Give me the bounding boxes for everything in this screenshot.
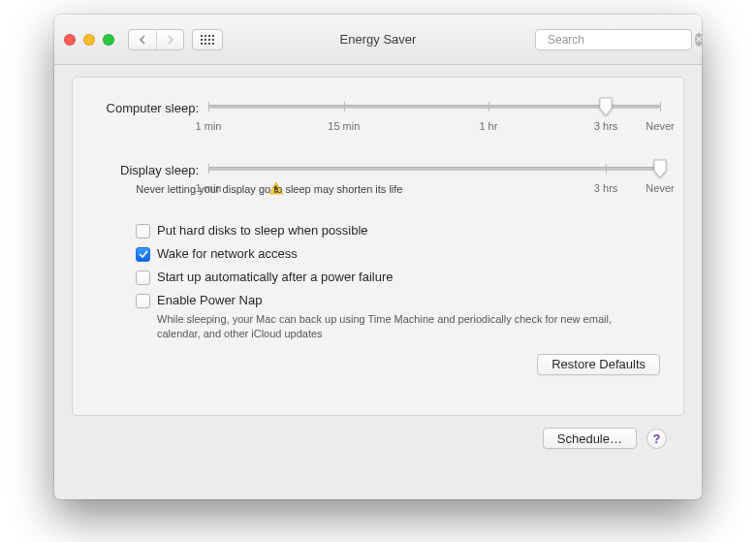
hard-disks-option[interactable]: Put hard disks to sleep when possible [136,223,660,239]
help-button[interactable]: ? [646,429,667,449]
window: Energy Saver ✕ Computer sleep: [54,15,702,499]
display-sleep-ticks: 1 min Never letting your display go to s… [208,182,660,198]
power-nap-label: Enable Power Nap [157,293,262,307]
svg-rect-8 [201,43,203,45]
power-nap-description: While sleeping, your Mac can back up usi… [157,312,642,342]
back-button[interactable] [129,30,156,49]
start-auto-checkbox[interactable] [136,271,150,285]
computer-sleep-thumb[interactable] [599,97,613,116]
tick-label: Never [646,120,674,132]
svg-rect-4 [201,39,203,41]
svg-rect-10 [208,43,210,45]
forward-button[interactable] [156,30,183,49]
svg-rect-0 [201,35,203,37]
minimize-button[interactable] [83,34,95,46]
restore-defaults-button[interactable]: Restore Defaults [537,354,660,375]
power-nap-option[interactable]: Enable Power Nap [136,293,660,308]
display-sleep-thumb[interactable] [653,159,667,178]
schedule-button[interactable]: Schedule… [543,428,637,449]
zoom-button[interactable] [103,34,114,46]
display-sleep-row: Display sleep: 1 min [96,161,660,198]
svg-rect-1 [205,35,206,37]
close-button[interactable] [64,34,76,46]
settings-panel: Computer sleep: 1 min [72,77,684,416]
content: Computer sleep: 1 min [54,65,702,464]
power-nap-checkbox[interactable] [136,294,150,308]
tick-label: 1 min [196,120,222,132]
computer-sleep-label: Computer sleep: [96,99,208,115]
search-field-wrap[interactable]: ✕ [535,29,692,50]
warning-text: Never letting your display go to sleep m… [136,183,402,195]
wake-network-option[interactable]: Wake for network access [136,246,660,262]
traffic-lights [64,34,114,46]
hard-disks-label: Put hard disks to sleep when possible [157,223,368,238]
tick-label: 15 min [328,120,360,132]
display-sleep-label: Display sleep: [96,161,208,177]
tick-label: 3 hrs [594,182,617,194]
bottom-row: Schedule… ? [72,416,684,449]
svg-rect-5 [205,39,206,41]
svg-rect-7 [212,39,214,41]
start-auto-option[interactable]: Start up automatically after a power fai… [136,270,660,285]
display-sleep-slider[interactable] [208,161,660,178]
titlebar: Energy Saver ✕ [54,15,702,65]
start-auto-label: Start up automatically after a power fai… [157,270,394,284]
nav-back-forward [128,29,184,50]
clear-search-icon[interactable]: ✕ [695,33,702,47]
search-input[interactable] [546,32,695,48]
svg-rect-3 [212,35,214,37]
hard-disks-checkbox[interactable] [136,224,150,239]
tick-label: 1 hr [479,120,497,132]
wake-network-checkbox[interactable] [136,247,150,262]
computer-sleep-ticks: 1 min 15 min 1 hr 3 hrs Never [208,120,660,136]
display-sleep-warning: Never letting your display go to sleep m… [269,182,283,195]
tick-label: Never [646,182,674,194]
computer-sleep-slider[interactable] [208,99,660,116]
wake-network-label: Wake for network access [157,246,298,261]
svg-rect-9 [205,43,206,45]
tick-label: 3 hrs [594,120,617,132]
svg-rect-2 [208,35,210,37]
svg-rect-6 [208,39,210,41]
svg-rect-11 [212,43,214,45]
show-all-button[interactable] [192,29,223,50]
computer-sleep-row: Computer sleep: 1 min [96,99,660,136]
